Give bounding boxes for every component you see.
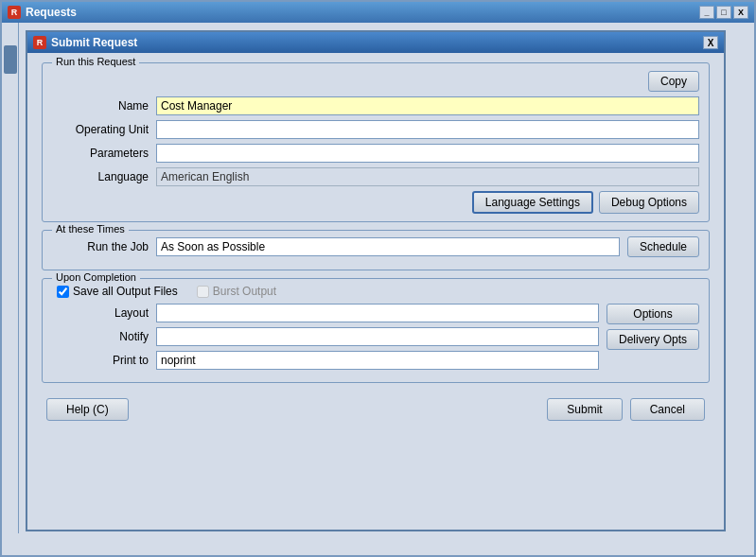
save-output-checkbox[interactable]: [57, 286, 69, 298]
at-these-times-section: At these Times Run the Job Schedule: [42, 230, 710, 270]
layout-label: Layout: [52, 306, 156, 320]
run-this-request-section: Run this Request Copy Name Operating Uni…: [42, 62, 710, 222]
run-the-job-input[interactable]: [156, 237, 620, 256]
notify-row: Notify: [52, 327, 599, 346]
copy-button[interactable]: Copy: [648, 71, 699, 92]
cancel-button[interactable]: Cancel: [630, 398, 705, 421]
dialog-title-bar: R Submit Request X: [27, 32, 724, 53]
layout-row: Layout: [52, 304, 599, 322]
outer-title-icon: R: [8, 6, 21, 19]
upon-completion-title: Upon Completion: [52, 271, 140, 283]
save-output-label[interactable]: Save all Output Files: [57, 285, 178, 298]
dialog-close-button[interactable]: X: [703, 36, 718, 49]
upon-completion-section: Upon Completion Save all Output Files Bu…: [42, 278, 710, 383]
run-job-input-row: Schedule: [156, 236, 699, 257]
parameters-input[interactable]: [156, 144, 699, 163]
print-to-input[interactable]: [156, 351, 599, 370]
options-buttons: Options Delivery Opts: [607, 304, 699, 350]
operating-unit-label: Operating Unit: [52, 123, 156, 136]
notify-input[interactable]: [156, 327, 599, 346]
name-row: Name: [52, 96, 699, 115]
run-job-row: Run the Job Schedule: [52, 236, 699, 257]
submit-button[interactable]: Submit: [547, 398, 622, 421]
burst-output-label: Burst Output: [197, 285, 276, 298]
run-the-job-label: Run the Job: [52, 240, 156, 253]
submit-request-dialog: R Submit Request X Run this Request Copy…: [26, 30, 726, 531]
print-to-row: Print to: [52, 351, 599, 370]
name-input[interactable]: [156, 96, 699, 115]
outer-window-title: Requests: [26, 6, 77, 19]
minimize-button[interactable]: _: [699, 6, 714, 19]
delivery-opts-button[interactable]: Delivery Opts: [607, 329, 699, 350]
help-button[interactable]: Help (C): [46, 398, 129, 421]
layout-input[interactable]: [156, 304, 599, 322]
checkbox-row: Save all Output Files Burst Output: [57, 285, 699, 298]
dialog-title: Submit Request: [51, 36, 137, 49]
restore-button[interactable]: □: [716, 6, 731, 19]
language-row: Language: [52, 167, 699, 186]
operating-unit-row: Operating Unit: [52, 120, 699, 139]
schedule-button[interactable]: Schedule: [627, 236, 699, 257]
debug-options-button[interactable]: Debug Options: [599, 191, 699, 214]
copy-btn-row: Copy: [52, 71, 699, 92]
bottom-buttons: Help (C) Submit Cancel: [42, 391, 710, 421]
outer-title-bar: R Requests _ □ X: [2, 2, 754, 23]
dialog-title-icon: R: [33, 36, 46, 49]
at-these-times-title: At these Times: [52, 223, 129, 235]
language-input: [156, 167, 699, 186]
outer-window: R Requests _ □ X R Submit Request X: [0, 0, 756, 557]
language-buttons-row: Language Settings Debug Options: [52, 191, 699, 214]
parameters-row: Parameters: [52, 144, 699, 163]
notify-label: Notify: [52, 330, 156, 343]
dialog-content: Run this Request Copy Name Operating Uni…: [27, 53, 724, 530]
language-settings-button[interactable]: Language Settings: [472, 191, 593, 214]
outer-title-buttons: _ □ X: [699, 6, 748, 19]
scroll-thumb[interactable]: [4, 45, 17, 74]
bottom-right-buttons: Submit Cancel: [547, 398, 705, 421]
completion-fields-area: Layout Notify Print to Optio: [52, 304, 699, 374]
operating-unit-input[interactable]: [156, 120, 699, 139]
print-to-label: Print to: [52, 354, 156, 367]
close-button[interactable]: X: [733, 6, 748, 19]
options-column: Layout Notify Print to: [52, 304, 599, 374]
run-this-request-title: Run this Request: [52, 56, 139, 67]
parameters-label: Parameters: [52, 147, 156, 160]
name-label: Name: [52, 99, 156, 113]
burst-output-checkbox: [197, 286, 209, 298]
language-label: Language: [52, 170, 156, 183]
left-scrollbar[interactable]: [2, 23, 19, 533]
options-button[interactable]: Options: [607, 304, 699, 324]
